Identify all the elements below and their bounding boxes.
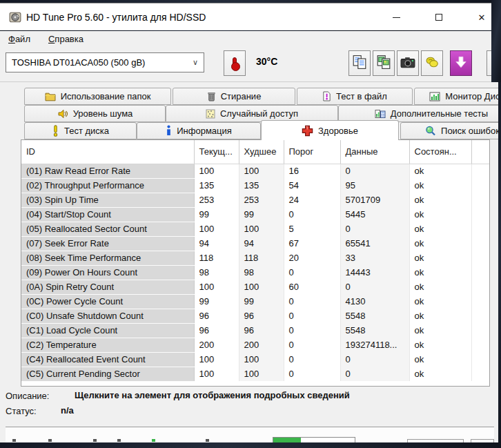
temperature-button[interactable] bbox=[224, 50, 246, 76]
tab-file-benchmark[interactable]: Тест в файл bbox=[297, 88, 413, 105]
statusbar-text-fragment bbox=[93, 439, 97, 442]
cell-worst: 100 bbox=[239, 280, 284, 294]
statusbar-text-fragment bbox=[206, 439, 209, 442]
trash-icon bbox=[207, 91, 216, 101]
cell-status: ok bbox=[409, 280, 471, 294]
col-header-status[interactable]: Состоян... bbox=[409, 140, 471, 164]
cell-current: 99 bbox=[194, 207, 239, 222]
screenshot-button[interactable] bbox=[397, 50, 419, 76]
cell-id: (C5) Current Pending Sector bbox=[21, 367, 194, 381]
cell-filler bbox=[471, 265, 490, 280]
drive-select[interactable]: TOSHIBA DT01ACA050 (500 gB) ∨ bbox=[6, 52, 204, 72]
col-header-id[interactable]: ID bbox=[21, 140, 194, 164]
table-row[interactable]: (02) Throughput Performance1351355495ok bbox=[21, 178, 490, 193]
cell-current: 96 bbox=[194, 323, 239, 338]
tab-row-2: Уровень шума Случайный доступ bbox=[0, 104, 498, 122]
minimize-icon[interactable] bbox=[381, 3, 411, 31]
col-header-worst[interactable]: Худшее bbox=[239, 140, 284, 164]
tab-folder-usage[interactable]: Использование папок bbox=[24, 88, 171, 105]
copy-image-button[interactable] bbox=[373, 50, 395, 76]
tab-label: Дополнительные тесты bbox=[391, 108, 488, 119]
col-header-filler bbox=[471, 140, 490, 164]
cell-status: ok bbox=[409, 207, 471, 222]
update-button[interactable] bbox=[450, 50, 472, 76]
col-header-current[interactable]: Текущ... bbox=[194, 140, 239, 164]
menu-file[interactable]: Файл bbox=[6, 32, 32, 46]
cell-threshold: 0 bbox=[284, 338, 340, 352]
tab-row-1: Использование папок Стирание Тест в фа bbox=[0, 87, 498, 105]
cell-current: 135 bbox=[194, 178, 239, 193]
table-row[interactable]: (04) Start/Stop Count999905445ok bbox=[21, 207, 490, 222]
cell-id: (08) Seek Time Performance bbox=[21, 251, 194, 265]
cell-worst: 98 bbox=[239, 265, 284, 280]
table-row[interactable]: (01) Raw Read Error Rate100100160ok bbox=[21, 164, 490, 178]
tab-info[interactable]: Информация bbox=[137, 122, 261, 139]
tab-noise-level[interactable]: Уровень шума bbox=[24, 105, 166, 122]
table-row[interactable]: (C2) Temperature2002000193274118...ok bbox=[21, 338, 490, 352]
table-row[interactable]: (0A) Spin Retry Count100100600ok bbox=[21, 280, 490, 294]
extra-tests-icon bbox=[375, 109, 386, 119]
cell-id: (C1) Load Cycle Count bbox=[21, 323, 194, 338]
health-panel: ID Текущ... Худшее Порог Данные Состоян.… bbox=[21, 139, 490, 387]
table-row[interactable]: (C1) Load Cycle Count969605548ok bbox=[21, 323, 490, 338]
cell-threshold: 60 bbox=[284, 280, 340, 294]
cell-filler bbox=[471, 367, 490, 381]
table-row[interactable]: (C0) Unsafe Shutdown Count969605548ok bbox=[21, 309, 490, 323]
cell-status: ok bbox=[409, 164, 471, 178]
cell-worst: 100 bbox=[239, 367, 284, 381]
desktop-background bbox=[498, 82, 501, 448]
cell-status: ok bbox=[409, 251, 471, 265]
cell-id: (C4) Reallocated Event Count bbox=[21, 352, 194, 367]
donate-button[interactable] bbox=[421, 50, 443, 76]
statusbar-text-fragment bbox=[12, 439, 16, 442]
health-cross-icon bbox=[302, 125, 313, 137]
toolbar: TOSHIBA DT01ACA050 (500 gB) ∨ 30°C bbox=[0, 47, 491, 82]
cell-status: ok bbox=[409, 236, 471, 251]
cell-status: ok bbox=[409, 309, 471, 323]
drive-select-value: TOSHIBA DT01ACA050 (500 gB) bbox=[12, 57, 187, 68]
table-row[interactable]: (C5) Current Pending Sector10010000ok bbox=[21, 367, 490, 381]
table-row[interactable]: (0C) Power Cycle Count999904130ok bbox=[21, 294, 490, 309]
table-row[interactable]: (09) Power On Hours Count9898014443ok bbox=[21, 265, 490, 280]
status-label: Статус: bbox=[6, 406, 37, 416]
cell-worst: 118 bbox=[239, 251, 284, 265]
cell-current: 253 bbox=[194, 193, 239, 207]
copy-image-icon bbox=[376, 55, 391, 72]
cell-data: 0 bbox=[340, 222, 409, 236]
table-row[interactable]: (07) Seek Error Rate94946765541ok bbox=[21, 236, 490, 251]
cell-id: (09) Power On Hours Count bbox=[21, 265, 194, 280]
cell-id: (07) Seek Error Rate bbox=[21, 236, 194, 251]
tab-label: Уровень шума bbox=[73, 108, 133, 119]
table-row[interactable]: (05) Reallocated Sector Count10010050ok bbox=[21, 222, 490, 236]
cell-status: ok bbox=[409, 367, 471, 381]
cell-data: 5445 bbox=[340, 207, 409, 222]
cell-worst: 100 bbox=[239, 222, 284, 236]
cell-data: 65541 bbox=[340, 236, 409, 251]
col-header-threshold[interactable]: Порог bbox=[284, 140, 340, 164]
cell-id: (01) Raw Read Error Rate bbox=[21, 164, 194, 178]
cell-threshold: 0 bbox=[284, 265, 340, 280]
thermometer-icon bbox=[233, 57, 237, 69]
tab-erase[interactable]: Стирание bbox=[173, 88, 295, 105]
table-row[interactable]: (03) Spin Up Time253253245701709ok bbox=[21, 193, 490, 207]
cell-threshold: 0 bbox=[284, 367, 340, 381]
tab-disk-monitor[interactable]: Монитор Диска bbox=[414, 88, 501, 105]
table-row[interactable]: (C4) Reallocated Event Count10010000ok bbox=[21, 352, 490, 367]
desktop-background bbox=[0, 0, 501, 3]
tab-benchmark[interactable]: Тест диска bbox=[24, 122, 137, 139]
table-row[interactable]: (08) Seek Time Performance1181182033ok bbox=[21, 251, 490, 265]
description-label: Описание: bbox=[6, 391, 49, 401]
copy-text-button[interactable] bbox=[348, 50, 371, 76]
cell-data: 0 bbox=[340, 352, 409, 367]
col-header-data[interactable]: Данные bbox=[340, 140, 409, 164]
tab-error-scan[interactable]: Поиск ошибок bbox=[400, 122, 501, 139]
cell-threshold: 5 bbox=[284, 222, 340, 236]
cell-threshold: 0 bbox=[284, 352, 340, 367]
cell-data: 95 bbox=[340, 178, 409, 193]
cell-threshold: 0 bbox=[284, 207, 340, 222]
speaker-icon bbox=[57, 109, 68, 119]
screenshot-camera-icon bbox=[400, 56, 415, 70]
tab-health[interactable]: Здоровье bbox=[261, 120, 399, 140]
menu-help[interactable]: Справка bbox=[46, 32, 86, 46]
maximize-icon[interactable] bbox=[424, 3, 454, 31]
